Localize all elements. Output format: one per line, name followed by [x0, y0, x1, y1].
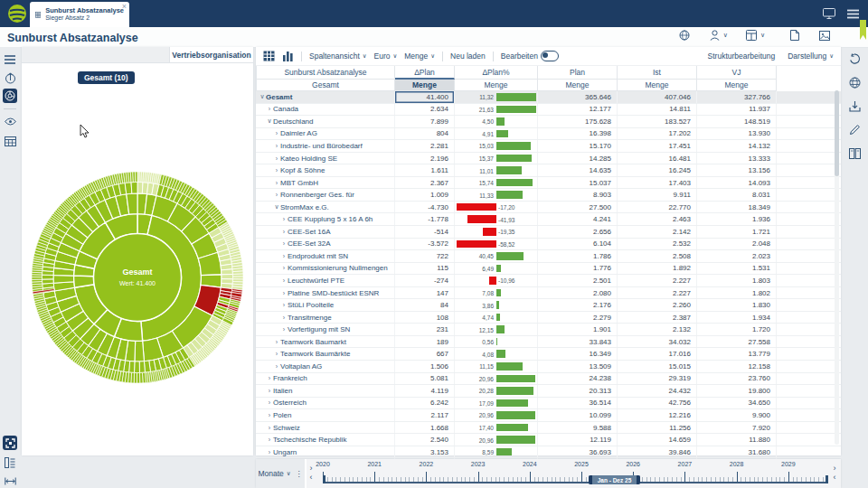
publish-icon[interactable]: [3, 70, 17, 85]
row-caret-icon[interactable]: ∨: [273, 203, 280, 211]
table-row[interactable]: ∨ Deutschland 7.899 4,50 175.628 183.527…: [256, 116, 841, 128]
cell-dplan[interactable]: 41.400: [395, 91, 455, 103]
cell-vj[interactable]: 148.519: [697, 116, 777, 127]
cell-plan[interactable]: 2.501: [538, 275, 618, 286]
user-icon[interactable]: [710, 30, 720, 41]
cell-vj[interactable]: 13.930: [697, 128, 777, 140]
row-caret-icon[interactable]: ›: [273, 363, 280, 370]
book-columns-icon[interactable]: [848, 146, 862, 160]
cell-plan[interactable]: 1.776: [538, 263, 618, 275]
row-caret-icon[interactable]: ›: [266, 388, 273, 394]
cell-plan[interactable]: 10.099: [538, 409, 618, 421]
table-row[interactable]: › Industrie- und Bürobedarf 2.281 15,03 …: [256, 140, 841, 153]
row-caret-icon[interactable]: ›: [280, 253, 288, 259]
cell-vj[interactable]: 13.156: [697, 164, 777, 176]
cell-ist[interactable]: 9.911: [618, 189, 697, 201]
cell-dplan[interactable]: -1.778: [395, 213, 455, 225]
cell-ist[interactable]: 1.892: [618, 263, 697, 275]
table-row[interactable]: › CEE-Set 32A -3.572 -58,52 6.104 2.532 …: [256, 239, 841, 251]
spaltenansicht-dropdown[interactable]: Spaltenansicht∨: [309, 52, 367, 61]
row-caret-icon[interactable]: ›: [266, 412, 273, 418]
cell-plan[interactable]: 175.628: [538, 116, 618, 127]
panel-list-icon[interactable]: [3, 455, 17, 470]
row-caret-icon[interactable]: ›: [280, 265, 288, 271]
cell-dplan[interactable]: 2.634: [395, 104, 455, 116]
measure-menge[interactable]: Menge: [618, 80, 697, 91]
subheader-gesamt[interactable]: Gesamt: [256, 80, 395, 91]
cell-ist[interactable]: 17.016: [618, 348, 697, 360]
cell-vj[interactable]: 9.900: [697, 409, 777, 421]
cell-plan[interactable]: 2.176: [538, 299, 618, 311]
row-caret-icon[interactable]: ›: [280, 216, 288, 222]
cell-plan[interactable]: 13.509: [538, 361, 618, 372]
bearbeiten-toggle[interactable]: [541, 51, 559, 61]
cell-plan[interactable]: 27.500: [538, 202, 618, 213]
row-caret-icon[interactable]: ›: [273, 351, 280, 357]
cell-dplan[interactable]: 84: [395, 299, 455, 311]
cell-vj[interactable]: 2.048: [697, 239, 777, 250]
chart-mode-icon[interactable]: [282, 51, 294, 61]
cell-ist[interactable]: 39.846: [618, 446, 697, 458]
undo-rotate-icon[interactable]: [848, 52, 862, 66]
cell-dplan[interactable]: 722: [395, 250, 455, 262]
cell-dplan[interactable]: -3.572: [395, 239, 455, 250]
cell-ist[interactable]: 2.508: [618, 250, 697, 262]
cell-plan[interactable]: 8.903: [538, 189, 618, 201]
table-row[interactable]: › Kopf & Söhne 1.611 11,01 14.635 16.245…: [256, 164, 841, 177]
row-caret-icon[interactable]: ›: [273, 130, 280, 136]
row-caret-icon[interactable]: ›: [273, 192, 280, 198]
cell-ist[interactable]: 2.463: [618, 213, 697, 225]
range-end-handle[interactable]: [826, 475, 828, 483]
table-row[interactable]: › StüLi Poolteile 84 3,86 2.176 2.260 1.…: [256, 299, 841, 312]
cell-plan[interactable]: 15.170: [538, 140, 618, 152]
cell-vj[interactable]: 1.802: [697, 287, 777, 299]
cell-plan[interactable]: 12.119: [538, 434, 618, 446]
table-row[interactable]: ∨ Gesamt 41.400 11,32 365.646 407.046 32…: [256, 91, 841, 104]
cell-vj[interactable]: 11.937: [697, 104, 777, 116]
table-row[interactable]: › CEE Kupplung 5 x 16 A 6h -1.778 -41,93…: [256, 213, 841, 226]
table-view-icon[interactable]: [3, 134, 17, 148]
cell-vj[interactable]: 11.880: [697, 434, 777, 446]
cell-ist[interactable]: 14.811: [618, 104, 697, 116]
cell-dplan[interactable]: 1.611: [395, 164, 455, 176]
cell-vj[interactable]: 14.093: [697, 177, 777, 189]
cell-plan[interactable]: 24.238: [538, 373, 618, 385]
cell-vj[interactable]: 12.158: [697, 361, 777, 372]
cell-ist[interactable]: 17.403: [618, 177, 697, 189]
cell-ist[interactable]: 2.532: [618, 239, 697, 250]
cell-plan[interactable]: 2.080: [538, 287, 618, 299]
table-row[interactable]: › Ungarn 3.153 8,59 36.693 39.846 31.680: [256, 446, 841, 459]
row-caret-icon[interactable]: ›: [266, 375, 273, 381]
row-caret-icon[interactable]: ›: [280, 302, 288, 308]
tab-close-icon[interactable]: ×: [122, 3, 127, 11]
cell-dplan[interactable]: 2.196: [395, 153, 455, 164]
row-caret-icon[interactable]: ›: [273, 339, 280, 345]
cell-vj[interactable]: 31.680: [697, 446, 777, 458]
cell-dplan[interactable]: -274: [395, 275, 455, 286]
cell-ist[interactable]: 16.245: [618, 164, 697, 176]
column-header-vj[interactable]: VJ: [697, 66, 777, 80]
workspace-chevron-icon[interactable]: ∨: [760, 32, 765, 39]
cell-vj[interactable]: 1.721: [697, 226, 777, 238]
row-caret-icon[interactable]: ›: [280, 290, 288, 296]
cell-vj[interactable]: 1.830: [697, 299, 777, 311]
cell-plan[interactable]: 1.901: [538, 324, 618, 335]
cell-dplan[interactable]: 2.281: [395, 140, 455, 152]
cell-dplan[interactable]: 7.899: [395, 116, 455, 127]
cell-ist[interactable]: 34.032: [618, 336, 697, 348]
cell-ist[interactable]: 22.770: [618, 202, 697, 213]
row-caret-icon[interactable]: ›: [266, 106, 273, 112]
cell-vj[interactable]: 19.800: [697, 385, 777, 397]
table-row[interactable]: › Endprodukt mit SN 722 40,45 1.786 2.50…: [256, 250, 841, 263]
eye-icon[interactable]: [3, 114, 17, 128]
measure-menge[interactable]: Menge: [455, 80, 538, 91]
table-row[interactable]: › Voltaplan AG 1.506 11,15 13.509 15.015…: [256, 361, 841, 373]
row-caret-icon[interactable]: ›: [273, 180, 280, 186]
cell-plan[interactable]: 36.693: [538, 446, 618, 458]
timeline-ruler[interactable]: 2020202120222023202420252026202720282029…: [316, 461, 828, 485]
import-download-icon[interactable]: [848, 99, 862, 113]
neu-laden-button[interactable]: Neu laden: [450, 52, 486, 61]
timeline-ticks[interactable]: Jan - Dez 25: [323, 472, 828, 483]
cell-dplan[interactable]: 108: [395, 312, 455, 324]
cell-vj[interactable]: 34.650: [697, 398, 777, 409]
